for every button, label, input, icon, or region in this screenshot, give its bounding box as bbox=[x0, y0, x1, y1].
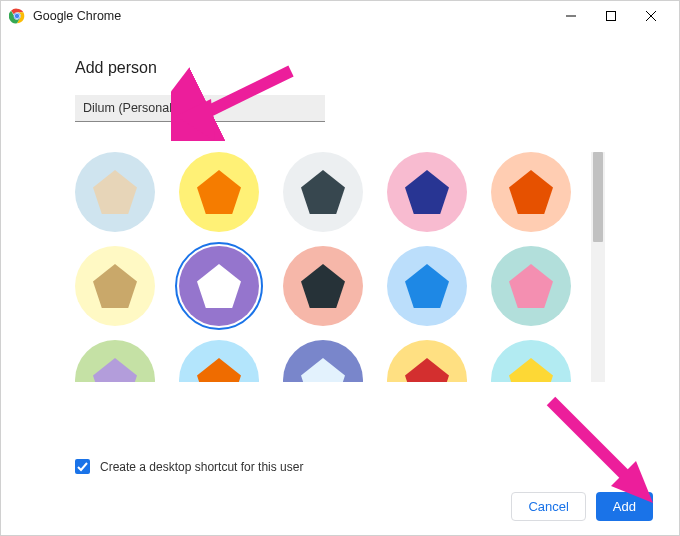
dialog-heading: Add person bbox=[75, 59, 605, 77]
titlebar: Google Chrome bbox=[1, 1, 679, 31]
shortcut-label: Create a desktop shortcut for this user bbox=[100, 460, 303, 474]
shortcut-row[interactable]: Create a desktop shortcut for this user bbox=[75, 459, 653, 474]
button-row: Cancel Add bbox=[75, 492, 653, 521]
svg-rect-4 bbox=[607, 12, 616, 21]
avatar-grid bbox=[75, 152, 585, 382]
avatar-origami-dragon[interactable] bbox=[283, 152, 363, 232]
avatar-origami-monkey[interactable] bbox=[75, 246, 155, 326]
profile-name-input[interactable] bbox=[75, 95, 325, 122]
window-title: Google Chrome bbox=[33, 9, 121, 23]
avatar-origami-bird[interactable] bbox=[387, 340, 467, 382]
avatar-origami-rabbit[interactable] bbox=[491, 246, 571, 326]
svg-point-2 bbox=[14, 13, 19, 18]
avatar-scroll[interactable] bbox=[75, 152, 585, 382]
avatar-origami-cheese[interactable] bbox=[491, 340, 571, 382]
avatar-origami-unicorn[interactable] bbox=[75, 340, 155, 382]
avatar-origami-fox[interactable] bbox=[179, 152, 259, 232]
shortcut-checkbox[interactable] bbox=[75, 459, 90, 474]
avatar-origami-bicycle[interactable] bbox=[283, 340, 363, 382]
add-button[interactable]: Add bbox=[596, 492, 653, 521]
avatar-origami-cat[interactable] bbox=[75, 152, 155, 232]
chrome-logo-icon bbox=[9, 8, 25, 24]
avatar-origami-basketball[interactable] bbox=[179, 340, 259, 382]
cancel-button[interactable]: Cancel bbox=[511, 492, 585, 521]
avatar-origami-panda[interactable] bbox=[179, 246, 259, 326]
close-button[interactable] bbox=[631, 1, 671, 31]
avatar-origami-penguin[interactable] bbox=[283, 246, 363, 326]
bottom-bar: Create a desktop shortcut for this user … bbox=[1, 459, 679, 521]
avatar-origami-elephant[interactable] bbox=[387, 152, 467, 232]
minimize-button[interactable] bbox=[551, 1, 591, 31]
avatar-area bbox=[75, 152, 605, 382]
avatar-origami-dinosaur[interactable] bbox=[491, 152, 571, 232]
dialog-content: Add person bbox=[1, 31, 679, 382]
avatar-scrollbar[interactable] bbox=[591, 152, 605, 382]
maximize-button[interactable] bbox=[591, 1, 631, 31]
scrollbar-thumb[interactable] bbox=[593, 152, 603, 242]
avatar-origami-butterfly[interactable] bbox=[387, 246, 467, 326]
